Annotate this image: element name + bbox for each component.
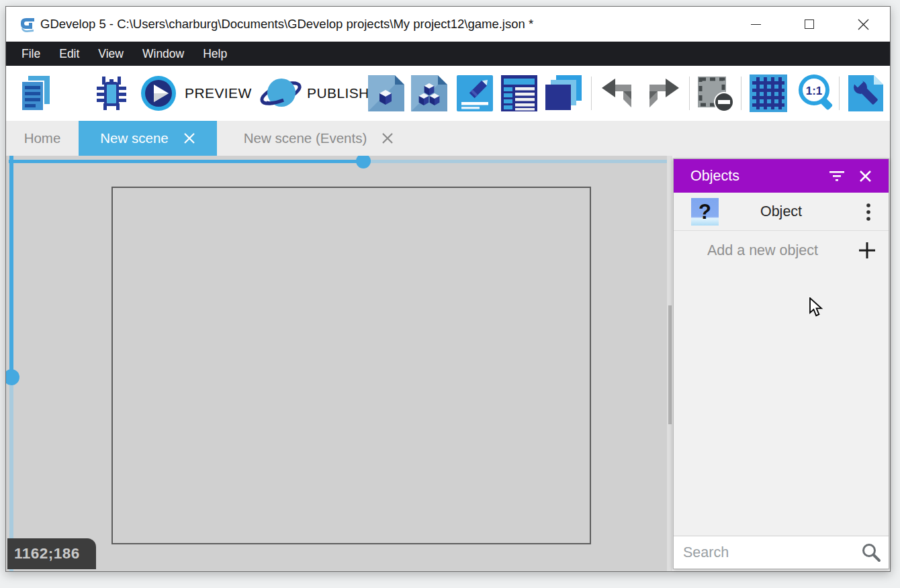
project-manager-icon [19,75,52,111]
edit-scene-properties-button[interactable] [457,75,493,112]
menu-edit[interactable]: Edit [50,42,89,66]
redo-icon [644,77,680,109]
scene-3d-icon [411,75,447,111]
window-title: GDevelop 5 - C:\Users\charburg\Documents… [40,7,533,42]
vertical-scroll-line[interactable] [9,156,13,377]
events-sheet-icon [501,75,537,111]
layers-icon [544,75,583,112]
tab-new-scene[interactable]: New scene [79,121,217,156]
add-object-label: Add a new object [707,242,858,259]
publish-button[interactable] [259,75,303,112]
menu-window[interactable]: Window [133,42,193,66]
maximize-icon [805,19,814,29]
deselect-instances-button[interactable] [696,75,734,112]
close-panel-button[interactable] [851,164,879,187]
menu-file[interactable]: File [12,42,50,66]
preview-button[interactable] [140,75,177,112]
tab-close-icon[interactable] [183,132,195,144]
debugger-button[interactable] [93,75,130,112]
wrench-icon [848,75,886,112]
canvas-scrollbar-thumb[interactable] [668,305,672,424]
minimize-icon [751,24,761,25]
toolbar-separator [741,77,741,110]
close-icon [858,19,869,30]
toggle-grid-button[interactable] [750,75,787,112]
close-button[interactable] [836,7,890,42]
undo-icon [600,77,637,109]
scene-file-icon [368,75,404,111]
scene-canvas[interactable]: 1162;186 [6,156,672,571]
tab-home[interactable]: Home [6,121,79,156]
publish-globe-icon [259,74,303,113]
toolbar-separator [689,77,690,110]
object-menu-button[interactable] [859,202,878,222]
undo-button[interactable] [600,75,637,112]
search-input[interactable] [674,536,889,569]
objects-panel-title: Objects [690,168,823,185]
zoom-one-to-one-icon: 1:1 [797,74,837,113]
tab-home-label: Home [24,130,61,146]
deselect-mask-icon [696,75,734,112]
zoom-ratio-text: 1:1 [806,85,823,97]
filter-button[interactable] [823,164,851,187]
maximize-button[interactable] [782,7,836,42]
redo-button[interactable] [644,75,680,112]
events-sheet-button[interactable] [501,75,537,112]
objects-panel-header: Objects [674,159,889,193]
menu-help[interactable]: Help [193,42,236,66]
object-icon-glyph: ? [699,200,711,224]
toolbar-separator [591,77,592,110]
toolbar: PREVIEW PUBLISH [6,66,890,121]
mouse-cursor [809,297,827,317]
project-settings-button[interactable] [848,75,886,112]
toolbar-separator [839,77,840,110]
preview-play-icon [140,75,177,112]
scene-3d-button[interactable] [411,75,447,112]
tab-close-icon[interactable] [381,132,394,144]
app-window: GDevelop 5 - C:\Users\charburg\Documents… [5,6,891,572]
debugger-icon [93,75,130,111]
horizontal-scroll-line[interactable] [363,160,668,163]
grid-icon [750,75,787,112]
close-icon [859,170,872,183]
preview-button-label-wrap[interactable]: PREVIEW [185,75,252,112]
preview-label: PREVIEW [185,85,252,101]
objects-panel-empty-space [674,270,889,536]
object-list-item[interactable]: ? Object [674,193,889,231]
menu-bar: File Edit View Window Help [6,42,890,66]
cursor-coordinates-badge: 1162;186 [7,538,96,569]
zoom-one-to-one-button[interactable]: 1:1 [797,75,837,112]
tab-bar: Home New scene New scene (Events) [6,121,890,156]
menu-view[interactable]: View [89,42,133,66]
plus-icon[interactable] [858,241,876,260]
search-bar [674,536,889,569]
tab-new-scene-label: New scene [100,130,168,146]
scene-boundary-rect [111,187,591,544]
tab-new-scene-events-label: New scene (Events) [244,130,367,146]
layers-button[interactable] [544,75,583,112]
edit-pencil-icon [457,75,493,111]
horizontal-scroll-thumb[interactable] [356,156,371,168]
content-area: 1162;186 Objects [6,156,890,571]
filter-icon [829,170,845,181]
search-icon [860,542,882,564]
scene-editor-button[interactable] [368,75,404,112]
horizontal-scroll-line[interactable] [9,160,363,163]
minimize-button[interactable] [729,7,782,42]
publish-label: PUBLISH [307,85,369,101]
tab-new-scene-events[interactable]: New scene (Events) [217,121,420,156]
coordinates-value: 1162;186 [14,545,80,562]
gdevelop-logo-icon [19,16,36,34]
publish-button-label-wrap[interactable]: PUBLISH [307,75,369,112]
title-bar: GDevelop 5 - C:\Users\charburg\Documents… [6,7,890,42]
objects-panel: Objects ? Object [673,158,889,569]
window-controls [729,7,890,42]
object-thumbnail-icon: ? [691,198,719,226]
project-manager-button[interactable] [19,75,52,112]
vertical-scroll-thumb[interactable] [6,369,19,385]
add-object-row[interactable]: Add a new object [674,231,889,270]
kebab-menu-icon [866,203,870,221]
